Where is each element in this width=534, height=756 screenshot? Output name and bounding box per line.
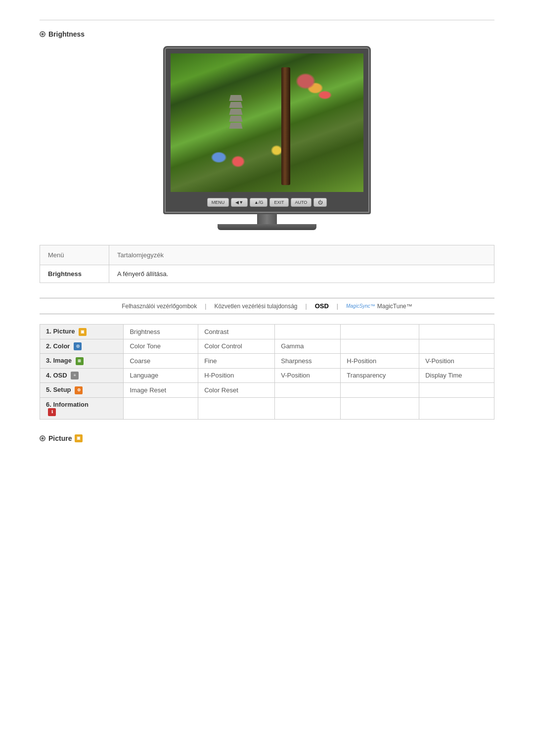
- table-row: 4. OSD ≡ Language H-Position V-Position …: [40, 368, 494, 383]
- content-cell-coarse: Coarse: [124, 354, 198, 369]
- nav-item-magictune[interactable]: MagicSync™ MagicTune™: [338, 303, 420, 310]
- magic-logo: MagicSync™: [346, 303, 375, 309]
- menu-cell-color: 2. Color ◎: [40, 339, 124, 354]
- menu-cell-image: 3. Image ⊞: [40, 354, 124, 369]
- monitor-stand-neck: [257, 214, 277, 224]
- content-cell-info-3: [275, 397, 341, 420]
- content-cell-color-reset: Color Reset: [198, 383, 275, 398]
- content-cell-info-2: [198, 397, 275, 420]
- menu-cell-osd: 4. OSD ≡: [40, 368, 124, 383]
- table-header-content: Tartalomjegyzék: [109, 245, 172, 265]
- content-cell-empty-3: [419, 325, 494, 339]
- monitor-screen: [171, 53, 363, 192]
- content-cell-empty-1: [275, 325, 341, 339]
- pagoda-tier-4: [228, 116, 243, 122]
- menu-button[interactable]: MENU: [207, 198, 229, 207]
- content-cell-h-position: H-Position: [341, 354, 419, 369]
- content-cell-color-control: Color Control: [198, 339, 275, 354]
- color-icon: ◎: [74, 342, 82, 350]
- content-cell-contrast: Contrast: [198, 325, 275, 339]
- content-cell-empty-2: [341, 325, 419, 339]
- brightness-label: Brightness: [48, 30, 85, 38]
- tree-trunk: [281, 67, 290, 185]
- table-row: 1. Picture ▣ Brightness Contrast: [40, 325, 494, 339]
- table-row: 6. Information ℹ: [40, 397, 494, 420]
- content-cell-empty-5: [419, 339, 494, 354]
- table-header-menu: Menü: [40, 245, 109, 265]
- content-cell-language: Language: [124, 368, 198, 383]
- pagoda-tier-2: [228, 102, 243, 108]
- power-button[interactable]: ⏻: [313, 198, 327, 207]
- content-cell-v-position: V-Position: [419, 354, 494, 369]
- table-data-menu: Brightness: [40, 265, 109, 283]
- monitor-controls: MENU ◀▼ ▲/G EXIT AUTO ⏻: [171, 196, 363, 209]
- nav-item-felhasznaloi[interactable]: Felhasználói vezérlőgombok: [114, 303, 205, 310]
- radio-icon-picture: [40, 435, 45, 441]
- nav-bar: Felhasználói vezérlőgombok | Közvetlen v…: [40, 298, 494, 314]
- picture-section-icon: ▣: [75, 434, 83, 442]
- nav-item-kozvetlen[interactable]: Közvetlen vezérlési tulajdonság: [206, 303, 305, 310]
- brightness-section-title: Brightness: [40, 30, 494, 38]
- picture-icon: ▣: [79, 328, 87, 336]
- content-cell-gamma: Gamma: [275, 339, 341, 354]
- auto-button[interactable]: AUTO: [291, 198, 312, 207]
- content-cell-empty-4: [341, 339, 419, 354]
- table-row: 2. Color ◎ Color Tone Color Control Gamm…: [40, 339, 494, 354]
- pagoda-tier-1: [228, 95, 243, 101]
- content-cell-sharpness: Sharpness: [275, 354, 341, 369]
- content-cell-info-5: [419, 397, 494, 420]
- content-cell-osd-h-position: H-Position: [198, 368, 275, 383]
- menu-cell-picture: 1. Picture ▣: [40, 325, 124, 339]
- picture-label: Picture: [48, 434, 72, 442]
- content-cell-color-tone: Color Tone: [124, 339, 198, 354]
- content-cell-empty-7: [341, 383, 419, 398]
- content-cell-transparency: Transparency: [341, 368, 419, 383]
- monitor-frame: MENU ◀▼ ▲/G EXIT AUTO ⏻: [163, 46, 371, 214]
- table-header-row: Menü Tartalomjegyzék: [40, 245, 494, 265]
- table-data-row: Brightness A fényerő állítása.: [40, 265, 494, 283]
- osd-table: 1. Picture ▣ Brightness Contrast 2. Colo…: [40, 324, 494, 420]
- picture-title: Picture ▣: [40, 434, 494, 442]
- auto-g-button[interactable]: ▲/G: [250, 198, 267, 207]
- menu-cell-setup: 5. Setup ⚙: [40, 383, 124, 398]
- nav-item-osd[interactable]: OSD: [307, 302, 337, 310]
- content-cell-image-reset: Image Reset: [124, 383, 198, 398]
- magictune-label: MagicTune™: [377, 303, 412, 310]
- content-cell-empty-8: [419, 383, 494, 398]
- pagoda-tier-5: [228, 123, 243, 129]
- content-cell-osd-v-position: V-Position: [275, 368, 341, 383]
- menu-cell-information: 6. Information ℹ: [40, 397, 124, 420]
- table-data-content: A fényerő állítása.: [109, 265, 176, 283]
- content-cell-fine: Fine: [198, 354, 275, 369]
- content-cell-info-1: [124, 397, 198, 420]
- radio-icon-brightness: [40, 31, 45, 37]
- content-cell-display-time: Display Time: [419, 368, 494, 383]
- menu-table: Menü Tartalomjegyzék Brightness A fényer…: [40, 245, 494, 283]
- content-cell-empty-6: [275, 383, 341, 398]
- table-row: 3. Image ⊞ Coarse Fine Sharpness H-Posit…: [40, 354, 494, 369]
- content-cell-brightness: Brightness: [124, 325, 198, 339]
- pagoda-tier-3: [228, 109, 243, 115]
- exit-button[interactable]: EXIT: [269, 198, 288, 207]
- table-row: 5. Setup ⚙ Image Reset Color Reset: [40, 383, 494, 398]
- setup-icon: ⚙: [75, 386, 83, 394]
- monitor-base: [218, 224, 316, 230]
- osd-icon: ≡: [71, 372, 79, 379]
- top-divider: [40, 20, 494, 20]
- image-icon: ⊞: [76, 357, 84, 365]
- pagoda: [228, 95, 243, 130]
- monitor-screen-inner: [171, 53, 363, 192]
- content-cell-info-4: [341, 397, 419, 420]
- info-icon: ℹ: [48, 408, 56, 416]
- picture-section: Picture ▣: [40, 434, 494, 442]
- monitor-container: MENU ◀▼ ▲/G EXIT AUTO ⏻: [40, 46, 494, 230]
- arrow-left-button[interactable]: ◀▼: [231, 198, 248, 207]
